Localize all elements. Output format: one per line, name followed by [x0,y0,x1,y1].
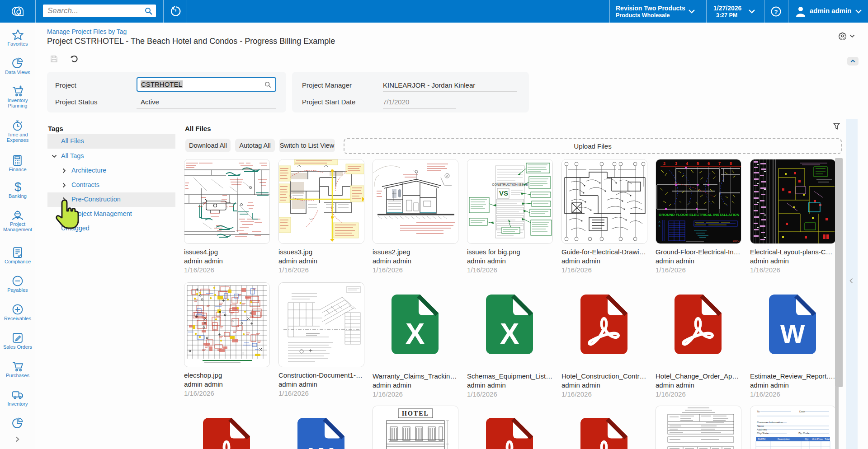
svg-text:Unit Price: Unit Price [812,438,823,440]
svg-text:8: 8 [730,161,732,166]
svg-text:7: 7 [718,161,721,166]
svg-text:$: $ [14,181,21,192]
svg-text:GROUND FLOOR ELECTRICAL INSTAL: GROUND FLOOR ELECTRICAL INSTALLATION [659,213,739,217]
svg-text:W: W [309,442,334,449]
svg-text:Zip Code: Zip Code [798,432,810,435]
svg-text:CONSTRUCTION ISSUE: CONSTRUCTION ISSUE [492,183,528,186]
svg-text:6: 6 [708,161,710,166]
svg-text:DWG: DWG [733,239,740,242]
svg-text:City/State: City/State [757,432,769,435]
svg-text:Address: Address [757,428,767,431]
svg-text:X: X [406,318,425,350]
svg-text:VS: VS [499,189,508,197]
svg-text:2: 2 [663,161,665,166]
svg-text:3: 3 [675,161,677,166]
svg-text:4: 4 [686,161,688,166]
svg-text:To: To [757,410,760,413]
svg-text:Customer Information: Customer Information [757,421,783,424]
svg-text:X: X [500,318,519,350]
svg-text:Qty: Qty [805,438,809,440]
svg-text:PART#: PART# [758,438,766,440]
svg-text:Date: Date [799,410,805,413]
svg-text:Description: Description [778,438,790,440]
svg-text:W: W [780,319,805,348]
svg-text:Total: Total [825,438,830,440]
svg-text:?: ? [774,9,778,15]
svg-text:HOTEL: HOTEL [402,410,429,417]
svg-text:5: 5 [697,161,699,166]
svg-text:Name: Name [757,425,764,427]
